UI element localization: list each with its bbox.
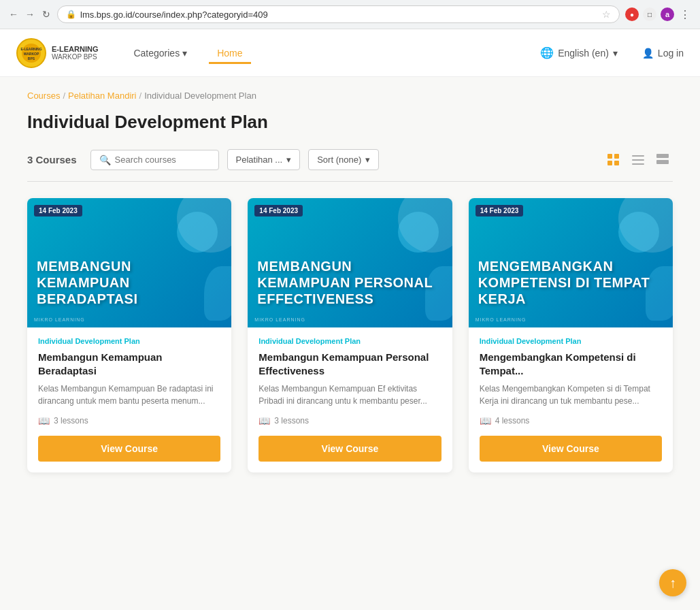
search-icon: 🔍 [99,155,111,165]
svg-rect-11 [632,163,644,165]
svg-rect-12 [656,154,669,158]
card-image-0: 14 Feb 2023 MEMBANGUN KEMAMPUAN BERADAPT… [27,198,231,327]
back-button[interactable]: ← [8,9,19,20]
card-body: Individual Development Plan Mengembangka… [469,327,673,472]
grid-view-icon[interactable] [603,150,624,170]
sort-label: Sort (none) [317,155,361,165]
view-icons [603,150,673,170]
lessons-icon: 📖 [38,415,50,426]
svg-text:WARKOP: WARKOP [24,52,39,56]
svg-rect-10 [632,159,644,161]
logo-bottom: WARKOP BPS [52,53,98,61]
star-icon[interactable]: ☆ [602,9,611,20]
breadcrumb-courses[interactable]: Courses [27,91,60,101]
card-title: Mengembangkan Kompetensi di Tempat... [480,351,662,377]
svg-rect-7 [607,161,612,165]
logo-image: E-LEARNING WARKOP BPS [16,38,46,68]
view-course-button[interactable]: View Course [480,436,662,462]
browser-actions: ● □ a ⋮ [625,7,692,21]
card-image-title: MEMBANGUN KEMAMPUAN PERSONAL EFFECTIVENE… [248,251,452,314]
lessons-icon: 📖 [480,415,491,426]
forward-button[interactable]: → [24,9,35,20]
card-title: Membangun Kemampuan Beradaptasi [38,351,220,377]
lessons-count: 3 lessons [54,416,88,426]
card-meta: 📖 3 lessons [38,415,220,426]
url-text: lms.bps.go.id/course/index.php?categoryi… [80,10,598,20]
card-category: Individual Development Plan [480,337,662,345]
account-icon[interactable]: a [661,7,674,21]
card-category: Individual Development Plan [259,337,441,345]
course-grid: 14 Feb 2023 MEMBANGUN KEMAMPUAN BERADAPT… [27,198,673,472]
lessons-count: 4 lessons [495,416,530,426]
logo-text: E-LEARNING WARKOP BPS [52,45,98,61]
micro-logo: MIKRO LEARNING [476,317,527,322]
svg-rect-13 [656,160,669,164]
breadcrumb-pelatihan[interactable]: Pelatihan Mandiri [68,91,136,101]
lock-icon: 🔒 [66,10,76,19]
chevron-down-icon: ▾ [182,48,187,59]
search-input[interactable] [115,155,210,165]
card-image-title: MEMBANGUN KEMAMPUAN BERADAPTASI [27,251,231,314]
chevron-down-icon: ▾ [613,48,618,59]
logo-area[interactable]: E-LEARNING WARKOP BPS E-LEARNING WARKOP … [16,38,98,68]
refresh-button[interactable]: ↻ [41,9,52,20]
card-category: Individual Development Plan [38,337,220,345]
extension-icon-1[interactable]: ● [625,7,639,21]
card-meta: 📖 4 lessons [480,415,662,426]
micro-logo: MIKRO LEARNING [34,317,85,322]
main-content: Courses / Pelatihan Mandiri / Individual… [0,77,700,610]
breadcrumb: Courses / Pelatihan Mandiri / Individual… [27,91,673,101]
nav-home[interactable]: Home [209,42,250,64]
card-meta: 📖 3 lessons [259,415,441,426]
svg-rect-8 [614,161,619,165]
search-box[interactable]: 🔍 [90,150,219,170]
lessons-count: 3 lessons [274,416,309,426]
detail-view-icon[interactable] [652,150,673,170]
card-image-2: 14 Feb 2023 MENGEMBANGKAN KOMPETENSI DI … [469,198,673,327]
page-title: Individual Development Plan [27,112,673,133]
logo-top: E-LEARNING [52,45,98,53]
address-bar[interactable]: 🔒 lms.bps.go.id/course/index.php?categor… [57,5,620,23]
list-view-icon[interactable] [628,150,648,170]
card-description: Kelas Membangun Kemampuan Be radaptasi i… [38,383,220,407]
chevron-down-icon: ▾ [286,155,291,165]
micro-logo: MIKRO LEARNING [254,317,305,322]
category-label: Pelatihan ... [236,155,283,165]
globe-icon: 🌐 [540,46,554,59]
category-dropdown[interactable]: Pelatihan ... ▾ [227,149,301,170]
nav-language[interactable]: 🌐 English (en) ▾ [540,46,618,59]
sort-dropdown[interactable]: Sort (none) ▾ [308,149,379,170]
course-card: 14 Feb 2023 MENGEMBANGKAN KOMPETENSI DI … [469,198,673,472]
nav-categories[interactable]: Categories ▾ [125,42,195,64]
course-card: 14 Feb 2023 MEMBANGUN KEMAMPUAN PERSONAL… [248,198,452,472]
browser-chrome: ← → ↻ 🔒 lms.bps.go.id/course/index.php?c… [0,0,700,29]
course-card: 14 Feb 2023 MEMBANGUN KEMAMPUAN BERADAPT… [27,198,231,472]
view-course-button[interactable]: View Course [38,436,220,462]
card-title: Membangun Kemampuan Personal Effectivene… [259,351,441,377]
course-count: 3 Courses [27,154,77,165]
svg-text:BPS: BPS [28,57,35,61]
filter-bar: 3 Courses 🔍 Pelatihan ... ▾ Sort (none) … [27,149,673,182]
view-course-button[interactable]: View Course [259,436,441,462]
svg-text:E-LEARNING: E-LEARNING [20,47,41,51]
card-body: Individual Development Plan Membangun Ke… [248,327,452,472]
breadcrumb-sep1: / [63,91,65,101]
date-badge: 14 Feb 2023 [254,205,303,216]
chevron-down-icon: ▾ [365,155,370,165]
date-badge: 14 Feb 2023 [34,205,82,216]
card-image-1: 14 Feb 2023 MEMBANGUN KEMAMPUAN PERSONAL… [248,198,452,327]
scroll-to-top[interactable]: ↑ [659,569,686,596]
lessons-icon: 📖 [259,415,270,426]
menu-icon[interactable]: ⋮ [678,7,692,21]
breadcrumb-sep2: / [139,91,142,101]
card-description: Kelas Membangun Kemampuan Ef ektivitas P… [259,383,441,407]
extension-icon-2[interactable]: □ [643,7,656,21]
svg-rect-5 [607,154,612,159]
user-icon: 👤 [642,48,654,59]
svg-rect-6 [614,154,619,159]
date-badge: 14 Feb 2023 [476,205,524,216]
card-image-title: MENGEMBANGKAN KOMPETENSI DI TEMPAT KERJA [469,251,673,314]
card-body: Individual Development Plan Membangun Ke… [27,327,231,472]
breadcrumb-current: Individual Development Plan [144,91,256,101]
nav-login[interactable]: 👤 Log in [642,48,684,59]
